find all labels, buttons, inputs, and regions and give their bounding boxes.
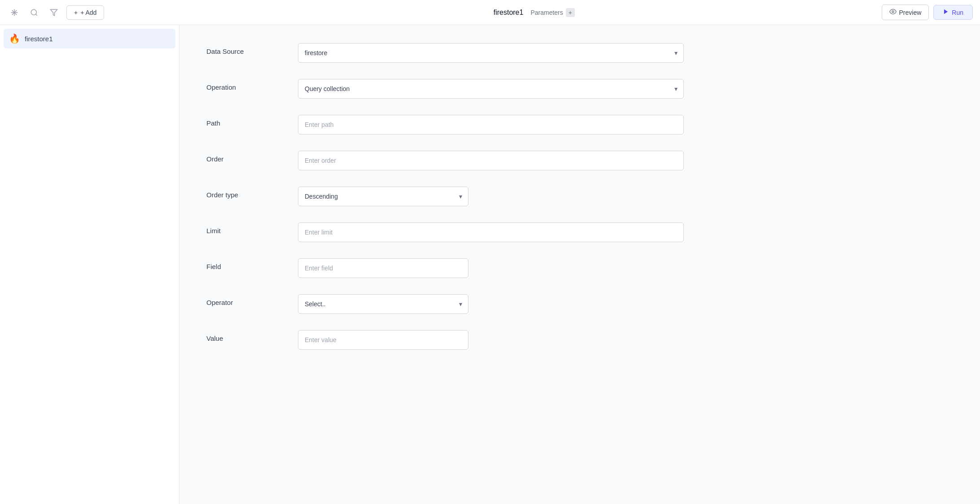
run-label: Run: [952, 9, 963, 16]
field-input[interactable]: [298, 258, 468, 278]
limit-label: Limit: [206, 222, 287, 235]
field-control: [298, 258, 700, 278]
path-input[interactable]: [298, 115, 684, 135]
topbar-right: Preview Run: [882, 4, 973, 20]
parameters-plus-icon: +: [566, 8, 575, 17]
snowflake-icon[interactable]: [7, 5, 22, 20]
field-label: Field: [206, 258, 287, 270]
order-type-row: Order type Ascending Descending ▾: [206, 187, 700, 206]
operator-row: Operator Select.. == != < <= > >= ▾: [206, 294, 700, 314]
query-title: firestore1: [494, 9, 524, 17]
order-type-select-wrapper: Ascending Descending ▾: [298, 187, 468, 206]
sidebar-item-label: firestore1: [25, 35, 53, 43]
data-source-control: firestore ▾: [298, 43, 700, 63]
svg-point-7: [892, 11, 894, 13]
operator-select[interactable]: Select.. == != < <= > >=: [298, 294, 468, 314]
limit-input[interactable]: [298, 222, 684, 242]
limit-control: [298, 222, 700, 242]
operation-row: Operation Query collection Get document …: [206, 79, 700, 99]
sidebar: 🔥 firestore1: [0, 25, 179, 504]
path-row: Path: [206, 115, 700, 135]
add-icon: +: [74, 9, 78, 16]
add-button-label: + Add: [80, 9, 96, 16]
firestore-icon: 🔥: [9, 33, 20, 44]
order-type-label: Order type: [206, 187, 287, 199]
topbar-center: firestore1 Parameters +: [192, 8, 876, 17]
operation-control: Query collection Get document Add docume…: [298, 79, 700, 99]
order-input[interactable]: [298, 151, 684, 170]
value-row: Value: [206, 330, 700, 350]
operator-label: Operator: [206, 294, 287, 306]
field-row: Field: [206, 258, 700, 278]
operation-label: Operation: [206, 79, 287, 91]
value-input[interactable]: [298, 330, 468, 350]
limit-row: Limit: [206, 222, 700, 242]
eye-icon: [889, 8, 897, 17]
order-label: Order: [206, 151, 287, 163]
topbar: + + Add firestore1 Parameters + Preview: [0, 0, 980, 25]
play-icon: [943, 9, 949, 16]
run-button[interactable]: Run: [933, 5, 973, 20]
operator-select-wrapper: Select.. == != < <= > >= ▾: [298, 294, 468, 314]
order-type-select[interactable]: Ascending Descending: [298, 187, 468, 206]
operation-select[interactable]: Query collection Get document Add docume…: [298, 79, 684, 99]
content-area: Data Source firestore ▾ Operation: [179, 25, 980, 504]
path-label: Path: [206, 115, 287, 127]
value-label: Value: [206, 330, 287, 342]
data-source-select[interactable]: firestore: [298, 43, 684, 63]
search-icon[interactable]: [27, 5, 41, 20]
preview-button[interactable]: Preview: [882, 4, 929, 20]
form-section: Data Source firestore ▾ Operation: [206, 43, 700, 350]
value-control: [298, 330, 700, 350]
add-button[interactable]: + + Add: [66, 5, 104, 20]
parameters-button[interactable]: Parameters +: [530, 8, 574, 17]
operator-control: Select.. == != < <= > >= ▾: [298, 294, 700, 314]
data-source-row: Data Source firestore ▾: [206, 43, 700, 63]
main-layout: 🔥 firestore1 Data Source firestore ▾: [0, 25, 980, 504]
order-row: Order: [206, 151, 700, 170]
filter-icon[interactable]: [47, 5, 61, 20]
operation-select-wrapper: Query collection Get document Add docume…: [298, 79, 684, 99]
data-source-select-wrapper: firestore ▾: [298, 43, 684, 63]
order-control: [298, 151, 700, 170]
sidebar-item-firestore1[interactable]: 🔥 firestore1: [4, 29, 175, 48]
svg-marker-8: [944, 9, 948, 14]
svg-point-4: [31, 9, 36, 15]
svg-marker-6: [51, 9, 57, 16]
parameters-label: Parameters: [530, 9, 563, 16]
topbar-left: + + Add: [7, 5, 187, 20]
preview-label: Preview: [899, 9, 922, 16]
order-type-control: Ascending Descending ▾: [298, 187, 700, 206]
path-control: [298, 115, 700, 135]
svg-line-5: [35, 14, 37, 15]
data-source-label: Data Source: [206, 43, 287, 55]
